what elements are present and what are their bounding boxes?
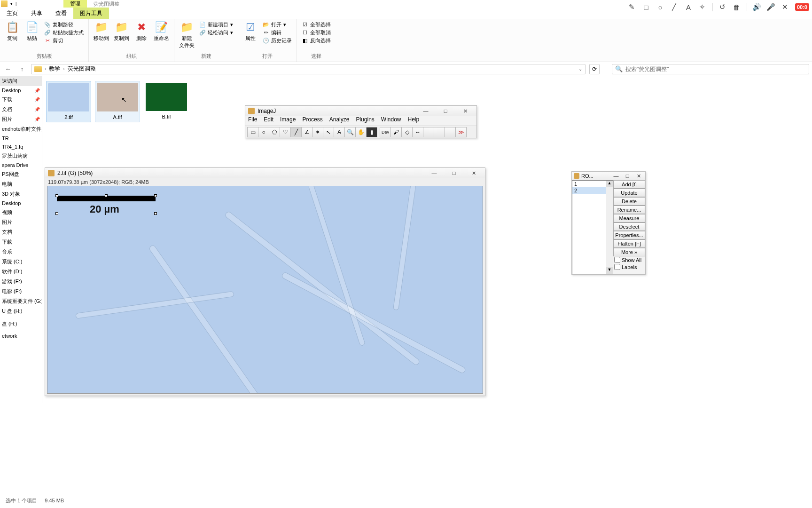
file-thumbnail[interactable]: A.tif <box>95 81 140 122</box>
dev-tool-icon[interactable]: Dev <box>380 127 391 137</box>
chevron-down-icon[interactable]: ▾ <box>10 1 13 6</box>
zoom-tool-icon[interactable]: 🔍 <box>344 127 356 137</box>
open-button[interactable]: 📂打开 ▾ <box>263 21 292 29</box>
roi-labels-checkbox[interactable]: Labels <box>613 263 645 270</box>
copy-path-button[interactable]: 📎复制路径 <box>44 21 84 29</box>
selection-handle[interactable] <box>55 194 58 197</box>
image-canvas[interactable]: 20 µm <box>47 186 483 394</box>
paste-shortcut-button[interactable]: 🔗粘贴快捷方式 <box>44 29 84 37</box>
sidebar-item[interactable]: 下载📌 <box>0 95 42 104</box>
tab-view[interactable]: 查看 <box>49 8 73 19</box>
sidebar-item[interactable]: PS网盘 <box>0 169 42 179</box>
selection-handle[interactable] <box>154 212 157 215</box>
copy-to-button[interactable]: 📁复制到 <box>114 21 129 42</box>
sidebar-item[interactable]: 下载 <box>0 237 42 247</box>
rename-button[interactable]: 📝重命名 <box>154 21 169 42</box>
menu-process[interactable]: Process <box>302 116 322 126</box>
sidebar-item[interactable]: Desktop <box>0 199 42 207</box>
sidebar-item[interactable]: U 盘 (H:) <box>0 306 42 316</box>
select-all-button[interactable]: ☑全部选择 <box>302 21 331 29</box>
sidebar-item[interactable]: 图片📌 <box>0 114 42 124</box>
blank-tool[interactable] <box>434 127 445 137</box>
roi-measure-button[interactable]: Measure <box>613 214 645 222</box>
sidebar-item[interactable]: etwork <box>0 332 42 340</box>
angle-tool-icon[interactable]: ∠ <box>301 127 312 137</box>
wand-tool-icon[interactable]: ↖ <box>323 127 334 137</box>
dropper-tool-icon[interactable]: ▮ <box>366 127 377 137</box>
sidebar-item[interactable]: 文档 <box>0 227 42 237</box>
roi-update-button[interactable]: Update <box>613 189 645 197</box>
delete-button[interactable]: ✖删除 <box>134 21 149 42</box>
close-button[interactable]: ✕ <box>634 172 643 180</box>
maximize-button[interactable]: □ <box>437 107 454 115</box>
sidebar-item[interactable]: 视频 <box>0 207 42 217</box>
menu-window[interactable]: Window <box>381 116 401 126</box>
search-box[interactable]: 🔍 <box>612 64 809 74</box>
search-input[interactable] <box>625 66 806 72</box>
freehand-tool-icon[interactable]: ♡ <box>280 127 291 137</box>
text-tool-icon[interactable]: A <box>334 127 345 137</box>
history-button[interactable]: 🕑历史记录 <box>263 37 292 45</box>
line-icon[interactable]: ╱ <box>670 3 679 11</box>
copy-button[interactable]: 📋复制 <box>5 21 20 42</box>
selection-handle[interactable] <box>154 194 157 197</box>
oval-tool-icon[interactable]: ○ <box>258 127 269 137</box>
roi-flatten-button[interactable]: Flatten [F] <box>613 239 645 248</box>
mic-icon[interactable]: 🎤 <box>767 3 775 11</box>
roi-manager-window[interactable]: RO... — □ ✕ 1 2 ▲ ▼ Add [t] Update Delet… <box>571 171 646 275</box>
minimize-button[interactable]: — <box>417 107 434 115</box>
speaker-icon[interactable]: 🔊 <box>753 3 761 11</box>
roi-add-button[interactable]: Add [t] <box>613 180 645 189</box>
roi-list[interactable]: 1 2 ▲ ▼ <box>572 180 613 274</box>
selection-handle[interactable] <box>55 212 58 215</box>
roi-properties-button[interactable]: Properties... <box>613 231 645 239</box>
chevron-right-icon[interactable]: › <box>63 66 64 71</box>
image-titlebar[interactable]: 2.tif (G) (50%) — □ ✕ <box>45 168 485 178</box>
sidebar-item[interactable]: spera Drive <box>0 161 42 169</box>
sidebar-item[interactable]: Desktop📌 <box>0 86 42 95</box>
sidebar-item[interactable]: 罗茨山药病 <box>0 151 42 161</box>
easy-access-button[interactable]: 🔗轻松访问 ▾ <box>199 29 233 37</box>
crumb-parent[interactable]: 教学 <box>49 65 60 73</box>
move-to-button[interactable]: 📁移动到 <box>94 21 109 42</box>
line-tool-icon[interactable]: ╱ <box>290 127 302 137</box>
edit-button[interactable]: ✏编辑 <box>263 29 292 37</box>
chevron-down-icon[interactable]: ⌄ <box>578 66 582 71</box>
paste-button[interactable]: 📄粘贴 <box>24 21 39 42</box>
trash-icon[interactable]: 🗑 <box>733 3 741 11</box>
roi-titlebar[interactable]: RO... — □ ✕ <box>572 172 645 180</box>
crumb-current[interactable]: 荧光图调整 <box>68 65 96 73</box>
menu-edit[interactable]: Edit <box>264 116 273 126</box>
sidebar-item[interactable]: 盘 (H:) <box>0 319 42 329</box>
tab-picture-tools[interactable]: 图片工具 <box>73 8 109 19</box>
maximize-button[interactable]: □ <box>623 172 632 180</box>
selection-handle[interactable] <box>105 194 108 197</box>
text-icon[interactable]: A <box>684 3 693 11</box>
refresh-button[interactable]: ⟳ <box>589 64 600 74</box>
invert-selection-button[interactable]: ◧反向选择 <box>302 37 331 45</box>
sidebar-item[interactable]: 电影 (F:) <box>0 286 42 296</box>
sidebar-item[interactable]: 系统重要文件 (G:) <box>0 296 42 306</box>
hand-tool-icon[interactable]: ✋ <box>355 127 367 137</box>
rect-tool-icon[interactable]: ▭ <box>247 127 258 137</box>
sidebar-item[interactable]: 游戏 (E:) <box>0 277 42 286</box>
menu-file[interactable]: File <box>248 116 257 126</box>
select-none-button[interactable]: ☐全部取消 <box>302 29 331 37</box>
sidebar-item[interactable]: 图片 <box>0 217 42 227</box>
file-thumbnail[interactable]: 2.tif <box>46 81 91 122</box>
new-item-button[interactable]: 📄新建项目 ▾ <box>199 21 233 29</box>
point-tool-icon[interactable]: ✶ <box>312 127 323 137</box>
sidebar-item[interactable]: 文档📌 <box>0 104 42 114</box>
arrow-tool-icon[interactable]: ↔ <box>412 127 423 137</box>
tab-share[interactable]: 共享 <box>24 8 49 19</box>
sidebar-item[interactable]: TR4_1.fq <box>0 143 42 151</box>
pencil-icon[interactable]: ✎ <box>628 3 636 11</box>
scroll-down-icon[interactable]: ▼ <box>606 267 613 274</box>
roi-deselect-button[interactable]: Deselect <box>613 222 645 231</box>
imagej-titlebar[interactable]: ImageJ — □ ✕ <box>245 106 476 116</box>
wand-icon[interactable]: ✧ <box>698 3 707 11</box>
scroll-up-icon[interactable]: ▲ <box>606 181 613 187</box>
close-button[interactable]: ✕ <box>465 169 482 177</box>
manage-tab[interactable]: 管理 <box>63 0 87 8</box>
sidebar-item[interactable]: 软件 (D:) <box>0 267 42 277</box>
